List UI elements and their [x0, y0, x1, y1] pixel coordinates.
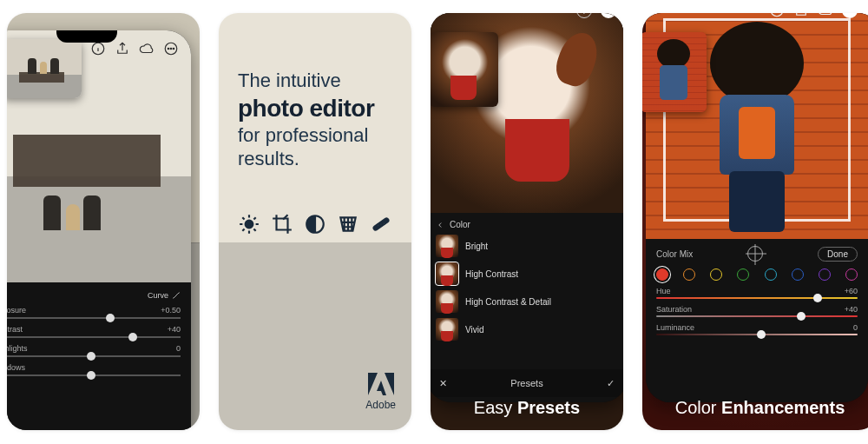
share-icon[interactable]	[793, 13, 809, 18]
swatch-4[interactable]	[765, 268, 777, 281]
svg-point-2	[168, 48, 169, 50]
caption-color: Color Enhancements	[642, 398, 868, 418]
light-edit-panel: Curve Exposure+0.50 Contrast+40 Highligh…	[7, 282, 191, 430]
confirm-icon[interactable]: ✓	[607, 378, 615, 389]
more-icon[interactable]: ⋯	[842, 13, 858, 18]
headline: The intuitive photo editor for professio…	[238, 69, 394, 171]
headline-line1: The intuitive	[238, 69, 394, 93]
share-icon[interactable]	[115, 41, 130, 56]
swatch-2[interactable]	[710, 268, 722, 281]
headline-line2: photo editor	[238, 93, 394, 123]
preset-high-contrast[interactable]: High Contrast	[436, 262, 618, 285]
light-icon	[238, 213, 260, 235]
preset-footer-label: Presets	[510, 378, 542, 388]
info-icon[interactable]	[90, 41, 106, 56]
screenshot-1-light-editor: Curve Exposure+0.50 Contrast+40 Highligh…	[7, 13, 200, 430]
svg-point-4	[173, 48, 174, 50]
done-button[interactable]: Done	[818, 247, 858, 262]
slider-hue[interactable]: Hue+60	[656, 287, 858, 295]
svg-point-17	[383, 222, 385, 224]
cloud-icon[interactable]	[818, 13, 833, 18]
screenshot-3-color-mix: ⋯ Color Mix Done Hue+60 Saturation+40 Lu…	[642, 13, 868, 430]
slider-contrast[interactable]: Contrast+40	[7, 325, 181, 334]
swatch-1[interactable]	[683, 268, 695, 281]
swatch-5[interactable]	[792, 268, 804, 281]
swatch-3[interactable]	[737, 268, 749, 281]
preset-footer: ✕ Presets ✓	[431, 369, 623, 397]
more-icon[interactable]: ⋯	[601, 13, 616, 18]
svg-point-3	[170, 48, 172, 50]
curve-label: Curve	[148, 291, 168, 300]
slider-shadows[interactable]: Shadows	[7, 363, 181, 372]
slider-highlights[interactable]: Highlights0	[7, 344, 181, 353]
healing-icon	[370, 213, 392, 235]
editor-topbar: ⋯	[769, 13, 858, 18]
before-thumbnail[interactable]	[642, 32, 707, 112]
screenshot-2-presets: ? ⋯ Color Bright High Contrast High Cont…	[431, 13, 623, 430]
feature-icon-row	[238, 213, 392, 235]
svg-point-15	[378, 224, 379, 226]
swatch-6[interactable]	[819, 268, 831, 281]
preset-category-label: Color	[450, 220, 470, 229]
more-icon[interactable]	[163, 41, 179, 56]
headline-line3a: for professional	[238, 123, 394, 148]
adobe-logo-icon	[368, 373, 394, 395]
preset-category-header[interactable]: Color	[436, 220, 618, 229]
swatch-7[interactable]	[845, 268, 858, 281]
preset-thumb	[436, 235, 458, 257]
geometry-icon	[337, 213, 359, 235]
swatch-0[interactable]	[656, 268, 668, 281]
svg-point-16	[380, 223, 382, 225]
caption-presets: Easy Presets	[431, 398, 623, 418]
crop-icon	[271, 213, 293, 235]
editor-topbar: ? ⋯	[576, 13, 616, 18]
headline-line3b: results.	[238, 147, 394, 171]
preset-vivid[interactable]: Vivid	[436, 318, 618, 341]
preset-high-contrast-detail[interactable]: High Contrast & Detail	[436, 290, 618, 313]
cloud-icon[interactable]	[139, 41, 155, 56]
slider-exposure[interactable]: Exposure+0.50	[7, 306, 181, 315]
before-thumbnail[interactable]	[7, 39, 82, 98]
curve-toggle[interactable]: Curve	[7, 291, 181, 300]
help-icon[interactable]: ?	[576, 13, 592, 18]
target-adjust-icon[interactable]	[747, 246, 763, 262]
optics-icon	[304, 213, 326, 235]
preset-thumb	[436, 318, 458, 341]
preset-thumb	[436, 290, 458, 313]
adobe-brand: Adobe	[365, 373, 396, 411]
notch	[56, 30, 117, 43]
info-icon[interactable]	[769, 13, 785, 18]
close-icon[interactable]: ✕	[439, 378, 447, 389]
preset-thumb	[436, 262, 458, 285]
before-thumbnail[interactable]	[431, 32, 498, 107]
svg-point-18	[771, 13, 783, 17]
color-swatch-row	[656, 268, 858, 281]
slider-saturation[interactable]: Saturation+40	[656, 305, 858, 314]
color-mix-panel: Color Mix Done Hue+60 Saturation+40 Lumi…	[646, 239, 868, 402]
svg-point-12	[246, 221, 253, 229]
preset-bright[interactable]: Bright	[436, 235, 618, 257]
adobe-label: Adobe	[365, 399, 396, 411]
color-mix-label: Color Mix	[656, 249, 693, 259]
preset-panel: Color Bright High Contrast High Contrast…	[431, 213, 623, 402]
slider-luminance[interactable]: Luminance0	[656, 323, 858, 332]
marketing-copy-panel: The intuitive photo editor for professio…	[219, 13, 411, 430]
